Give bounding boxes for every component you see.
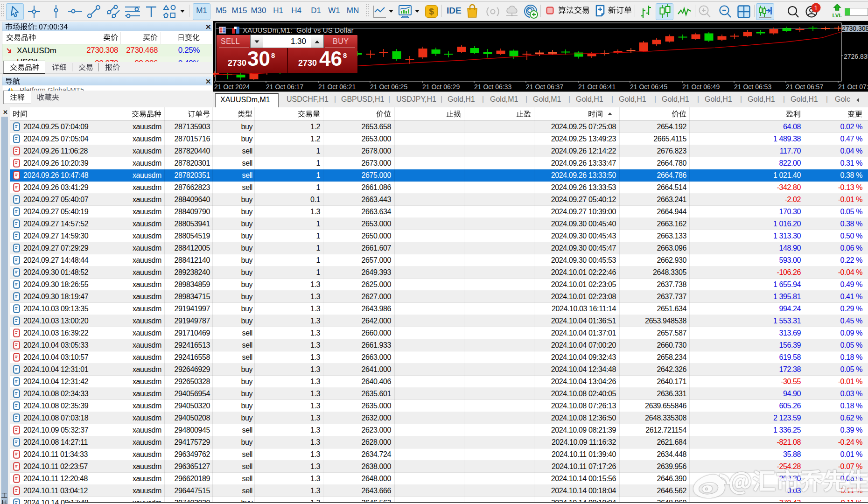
svg-text:LVL: LVL — [833, 13, 842, 18]
svg-text:$: $ — [429, 7, 434, 16]
svg-text:1: 1 — [814, 4, 818, 12]
